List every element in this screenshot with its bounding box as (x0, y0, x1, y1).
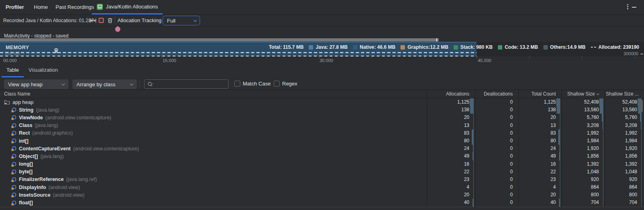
class-icon (11, 162, 17, 167)
value-bar (472, 137, 474, 145)
heap-folder-icon (4, 100, 10, 105)
gc-event-icon[interactable] (54, 48, 59, 53)
table-row[interactable]: app heap 1,12501,12552,40852,408 (0, 98, 644, 106)
value-bar (560, 114, 561, 121)
stop-recording-icon[interactable] (99, 18, 104, 23)
cell-shallow-size: 920 (561, 176, 605, 183)
cell-deallocations: 0 (475, 137, 518, 145)
column-deallocations[interactable]: Deallocations (475, 90, 518, 98)
cell-deallocations: 0 (475, 129, 518, 137)
cell-allocations: 22 (427, 168, 475, 176)
table-row[interactable]: DisplayInfo (android.view) 404864864 (0, 183, 644, 191)
tab-visualization[interactable]: Visualization (24, 64, 63, 77)
legend-item: Others:14.9 MB (543, 44, 586, 50)
memory-track[interactable]: MEMORY 256 MB Total: 115.7 MB Java: 27.8… (0, 42, 644, 56)
table-row[interactable]: int[] 800801,9841,984 (0, 137, 644, 145)
vertical-scrollbar[interactable] (640, 100, 643, 112)
tracking-mode-dropdown[interactable]: Full (163, 16, 200, 25)
table-row[interactable]: Object[] (java.lang) 490491,8561,856 (0, 152, 644, 160)
cell-deallocations: 0 (475, 160, 518, 168)
class-icon (11, 154, 17, 159)
class-name-cell: app heap (0, 98, 427, 106)
table-row[interactable]: Class (java.lang) 130133,2083,208 (0, 122, 644, 129)
legend-label: Native: 46.6 MB (360, 44, 396, 50)
match-case-label: Match Case (243, 79, 270, 89)
axis-tick (161, 56, 162, 58)
legend-label: Code: 13.2 MB (505, 44, 538, 50)
table-row[interactable]: Rect (android.graphics) 830831,9921,992 (0, 129, 644, 137)
allocations-tab-icon (97, 4, 103, 10)
table-row[interactable]: float[] 40040704704 (0, 199, 644, 206)
class-icon (11, 115, 17, 120)
class-name-cell: String (java.lang) (0, 106, 427, 114)
table-row[interactable]: String (java.lang) 138013813,56013,560 (0, 106, 644, 114)
allocated-axis-max: 300000 (623, 51, 638, 56)
sort-down-icon (597, 92, 599, 95)
delete-recording-icon[interactable] (106, 17, 114, 24)
value-bar (473, 160, 474, 168)
class-package: (android.view) (53, 192, 85, 198)
class-package: (android.view) (48, 185, 80, 190)
tab-table[interactable]: Table (2, 64, 24, 77)
axis-tick (477, 56, 477, 58)
tab-past-recordings[interactable]: Past Recordings (56, 0, 94, 15)
allocated-axis-tick (640, 54, 643, 54)
table-row[interactable]: byte[] 220221,0481,048 (0, 168, 644, 176)
tab-java-kotlin-allocations[interactable]: Java/Kotlin Allocations (92, 0, 163, 15)
value-bar (641, 199, 642, 206)
legend-label: Total: 115.7 MB (269, 44, 303, 50)
table-row[interactable]: long[] 160161,3921,392 (0, 160, 644, 168)
value-bar (557, 106, 560, 114)
match-case-checkbox[interactable] (234, 81, 240, 87)
class-package: (java.lang) (35, 123, 58, 128)
table-row[interactable]: ContentCaptureEvent (android.view.conten… (0, 145, 644, 152)
cell-shallow-size-2: 52,408 (605, 98, 643, 106)
column-class-name[interactable]: Class Name (4, 90, 30, 98)
minimize-icon[interactable] (632, 7, 636, 8)
value-bar (641, 183, 642, 191)
column-shallow-size[interactable]: Shallow Size (561, 90, 605, 98)
axis-tick (372, 56, 372, 58)
legend-item: Java: 27.8 MB (309, 44, 347, 50)
cell-shallow-size: 13,560 (561, 106, 605, 114)
cell-deallocations: 0 (475, 145, 518, 152)
value-bar (641, 191, 642, 199)
range-scrollbar-handle[interactable] (436, 38, 437, 42)
cell-deallocations: 0 (475, 114, 518, 121)
cell-total-count: 13 (518, 122, 561, 129)
class-name-cell: long[] (0, 160, 427, 168)
search-input[interactable] (144, 79, 229, 89)
cell-shallow-size-2: 1,048 (605, 168, 643, 176)
table-header: Class Name Allocations Deallocations Tot… (0, 89, 644, 98)
legend-label: Graphics:12.2 MB (407, 44, 448, 50)
value-bar (603, 183, 604, 191)
tab-home[interactable]: Home (34, 0, 48, 15)
cell-shallow-size-2: 1,856 (605, 152, 643, 160)
value-bar (559, 199, 560, 206)
more-options-icon[interactable] (624, 4, 631, 10)
allocation-event-dot[interactable] (115, 27, 120, 32)
value-bar (473, 183, 474, 191)
cell-shallow-size-2: 5,760 (605, 114, 643, 121)
arrange-dropdown[interactable]: Arrange by class (72, 79, 137, 89)
column-allocations[interactable]: Allocations (427, 90, 475, 98)
legend-item: Total: 115.7 MB (269, 44, 303, 50)
heap-dropdown[interactable]: View app heap (4, 79, 68, 89)
table-row[interactable]: InsetsSource (android.view) 20020800800 (0, 191, 644, 199)
cell-shallow-size-2: 13,560 (605, 106, 643, 114)
table-row[interactable]: FinalizerReference (java.lang.ref) 23023… (0, 176, 644, 183)
fit-to-range-icon[interactable] (89, 17, 97, 24)
value-bar (641, 168, 642, 176)
regex-checkbox[interactable] (274, 81, 280, 87)
column-shallow-size-2[interactable]: Shallow Size ... (605, 90, 643, 98)
cell-shallow-size-2: 3,208 (605, 122, 643, 129)
class-name: FinalizerReference (19, 177, 64, 182)
class-name-cell: ViewNode (android.view.contentcapture) (0, 114, 427, 121)
table-end-line (0, 207, 644, 207)
value-bar (473, 114, 474, 121)
column-total-count[interactable]: Total Count (518, 90, 561, 98)
class-icon (11, 138, 17, 143)
range-scrollbar[interactable] (0, 38, 439, 42)
cell-total-count: 138 (518, 106, 561, 114)
table-row[interactable]: ViewNode (android.view.contentcapture) 2… (0, 114, 644, 121)
